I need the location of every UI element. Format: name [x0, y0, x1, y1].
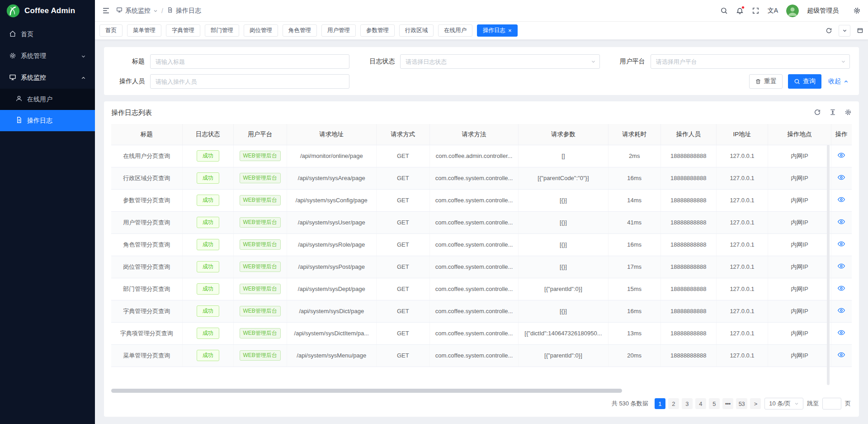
page-button-3[interactable]: 3 [682, 398, 693, 409]
cell-title: 字典管理分页查询 [111, 300, 182, 322]
cell-method: GET [376, 233, 429, 256]
cell-ip: 127.0.0.1 [716, 300, 768, 322]
sidebar-item-system-monitoring[interactable]: 系统监控 [0, 67, 95, 89]
monitor-icon [116, 7, 123, 14]
cell-title: 角色管理分页查询 [111, 233, 182, 256]
cell-operator: 18888888888 [660, 189, 716, 211]
trash-icon [755, 78, 761, 85]
cell-ip: 127.0.0.1 [716, 189, 768, 211]
tab-close-icon[interactable]: × [508, 28, 512, 33]
tab-角色管理[interactable]: 角色管理 [283, 24, 317, 37]
cell-duration: 20ms [608, 344, 660, 367]
avatar[interactable] [786, 5, 799, 17]
view-detail-eye-icon[interactable] [838, 329, 845, 336]
tab-菜单管理[interactable]: 菜单管理 [127, 24, 161, 37]
cell-handler: com.coffee.system.controlle... [429, 189, 519, 211]
platform-filter-input[interactable] [651, 54, 850, 69]
page-size-value: 10 条/页 [769, 400, 791, 408]
platform-badge: WEB管理后台 [240, 262, 281, 272]
cell-handler: com.coffee.system.controlle... [429, 256, 519, 278]
column-settings-gear-icon[interactable] [844, 109, 852, 117]
search-icon[interactable] [720, 7, 728, 14]
cell-status: 成功 [182, 256, 233, 278]
page-button-4[interactable]: 4 [695, 398, 706, 409]
refresh-icon[interactable] [814, 109, 821, 117]
sidebar-item-operation-logs[interactable]: 操作日志 [0, 110, 95, 131]
table-card-header: 操作日志列表 [111, 101, 852, 124]
cell-title: 在线用户分页查询 [111, 145, 182, 167]
status-filter-select[interactable] [400, 54, 599, 69]
cell-method: GET [376, 145, 429, 167]
current-user-name[interactable]: 超级管理员 [807, 7, 839, 15]
view-detail-eye-icon[interactable] [838, 240, 845, 248]
status-badge: 成功 [197, 328, 219, 339]
view-detail-eye-icon[interactable] [838, 218, 845, 225]
cell-url: /api/system/sysPost/page [287, 256, 376, 278]
tab-操作日志[interactable]: 操作日志× [477, 24, 518, 37]
tab-参数管理[interactable]: 参数管理 [360, 24, 395, 37]
view-detail-eye-icon[interactable] [838, 262, 845, 270]
view-detail-eye-icon[interactable] [838, 152, 845, 159]
page-button-2[interactable]: 2 [668, 398, 679, 409]
cell-handler: com.coffee.system.controlle... [429, 300, 519, 322]
view-detail-eye-icon[interactable] [838, 351, 845, 358]
reset-button[interactable]: 重置 [749, 74, 783, 89]
page-button-5[interactable]: 5 [709, 398, 720, 409]
search-button[interactable]: 查询 [788, 74, 821, 89]
sidebar-item-label: 在线用户 [27, 95, 52, 104]
horizontal-scrollbar[interactable] [111, 389, 622, 393]
app-logo[interactable]: Coffee Admin [0, 0, 95, 22]
column-header: 操作人员 [660, 124, 716, 145]
page-button-53[interactable]: 53 [736, 398, 747, 409]
content-fullscreen-icon[interactable] [857, 27, 863, 34]
tab-行政区域[interactable]: 行政区域 [399, 24, 434, 37]
cell-operator: 18888888888 [660, 322, 716, 344]
cell-location: 内网IP [768, 211, 831, 233]
sidebar-item-home[interactable]: 首页 [0, 24, 95, 45]
page-size-select[interactable]: 10 条/页 [764, 398, 803, 410]
main-area: 系统监控 / 操作日志 文 [95, 0, 868, 424]
tab-在线用户[interactable]: 在线用户 [438, 24, 472, 37]
tab-label: 首页 [105, 27, 117, 34]
page-ellipsis[interactable]: ••• [722, 398, 733, 409]
notification-bell-icon[interactable] [736, 7, 744, 14]
tab-字典管理[interactable]: 字典管理 [166, 24, 200, 37]
sidebar-collapse-icon[interactable] [102, 7, 110, 14]
column-height-icon[interactable] [829, 109, 836, 117]
sidebar-item-online-users[interactable]: 在线用户 [0, 89, 95, 110]
jump-page-input[interactable] [822, 398, 841, 410]
jump-label-prefix: 跳至 [807, 400, 819, 408]
status-filter-input[interactable] [400, 54, 599, 69]
column-header: 请求耗时 [608, 124, 660, 145]
cell-status: 成功 [182, 278, 233, 300]
translate-icon[interactable]: 文A [768, 7, 778, 15]
table-zone: 标题日志状态用户平台请求地址请求方式请求方法请求参数请求耗时操作人员IP地址操作… [111, 124, 852, 388]
view-detail-eye-icon[interactable] [838, 307, 845, 314]
sidebar-item-system-management[interactable]: 系统管理 [0, 45, 95, 67]
tab-首页[interactable]: 首页 [99, 24, 123, 37]
page-button-1[interactable]: 1 [655, 398, 665, 409]
settings-gear-icon[interactable] [853, 7, 861, 14]
collapse-filters-button[interactable]: 收起 [827, 74, 850, 89]
cell-action [831, 300, 852, 322]
operator-filter-input[interactable] [150, 74, 349, 89]
tab-用户管理[interactable]: 用户管理 [321, 24, 356, 37]
next-page-button[interactable]: > [750, 398, 761, 409]
breadcrumb-item-system-monitoring[interactable]: 系统监控 [116, 7, 158, 15]
refresh-icon[interactable] [826, 27, 832, 34]
cell-handler: com.coffee.admin.controller... [429, 145, 519, 167]
tab-岗位管理[interactable]: 岗位管理 [244, 24, 278, 37]
platform-filter-select[interactable] [651, 54, 850, 69]
vertical-scrollbar[interactable] [827, 145, 830, 385]
table-header-row: 标题日志状态用户平台请求地址请求方式请求方法请求参数请求耗时操作人员IP地址操作… [111, 124, 852, 145]
view-detail-eye-icon[interactable] [838, 196, 845, 203]
tab-options-chevron-down-icon[interactable] [839, 25, 850, 37]
cell-platform: WEB管理后台 [233, 189, 287, 211]
fullscreen-icon[interactable] [752, 7, 760, 14]
monitor-icon [9, 74, 16, 82]
view-detail-eye-icon[interactable] [838, 285, 845, 292]
cell-status: 成功 [182, 145, 233, 167]
title-filter-input[interactable] [150, 54, 349, 69]
tab-部门管理[interactable]: 部门管理 [205, 24, 239, 37]
view-detail-eye-icon[interactable] [838, 174, 845, 181]
